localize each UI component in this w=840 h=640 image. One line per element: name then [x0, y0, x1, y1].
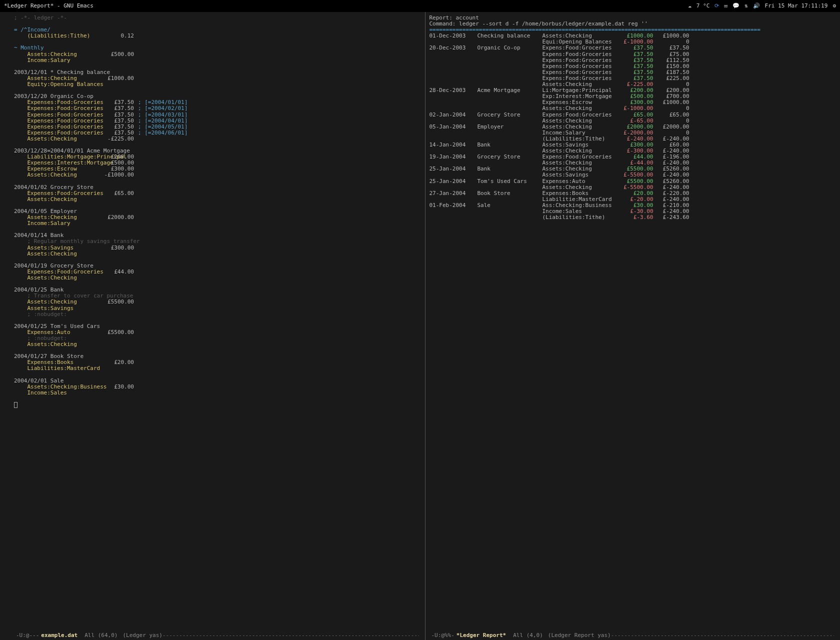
- network-icon[interactable]: ⇅: [744, 3, 748, 9]
- settings-gear-icon[interactable]: ⚙: [832, 3, 836, 9]
- register-row[interactable]: (Liabilities:Tithe)£-3.60£-243.60: [430, 214, 836, 220]
- posting-line[interactable]: Assets:Checking:Business£30.00: [14, 384, 421, 390]
- modeline-mode: (Ledger yas): [122, 632, 162, 638]
- posting-line[interactable]: Assets:Savings£300.00: [14, 245, 421, 251]
- modeline-mode: (Ledger Report yas): [548, 632, 611, 638]
- posting-line[interactable]: Assets:Checking£2000.00: [14, 214, 421, 220]
- right-modeline: -U:@%%- *Ledger Report* All (4,0) (Ledge…: [430, 631, 836, 640]
- modeline-dashes: ----------------------------------------…: [162, 632, 419, 638]
- posting-line[interactable]: Assets:Savings: [14, 306, 421, 312]
- posting-line[interactable]: Expenses:Food:Groceries£37.50; [=2004/03…: [14, 112, 421, 118]
- register-row[interactable]: Assets:Checking£-65.000: [430, 118, 836, 124]
- posting-line[interactable]: Assets:Checking£500.00: [14, 52, 421, 58]
- right-window[interactable]: Report: accountCommand: ledger --sort d …: [425, 12, 840, 640]
- ledger-report-buffer[interactable]: Report: accountCommand: ledger --sort d …: [430, 15, 836, 631]
- modeline-position: All (4,0): [513, 632, 543, 638]
- posting-line[interactable]: Income:Salary: [14, 58, 421, 64]
- text-cursor: [14, 402, 18, 408]
- system-tray: ☁ 7 °C ⟳ ✉ 💬 ⇅ 🔊 Fri 15 Mar 17:11:19 ⚙: [688, 3, 836, 9]
- left-modeline: -U:@--- example.dat All (64,0) (Ledger y…: [14, 631, 421, 640]
- register-row[interactable]: Assets:Checking£-1000.000: [430, 106, 836, 112]
- register-row[interactable]: 20-Dec-2003Organic Co-opExpens:Food:Groc…: [430, 45, 836, 51]
- posting-line[interactable]: Assets:Checking: [14, 251, 421, 257]
- register-row[interactable]: Expens:Food:Groceries£37.50£112.50: [430, 58, 836, 64]
- posting-line[interactable]: Assets:Checking: [14, 275, 421, 281]
- posting-line[interactable]: Assets:Checking-£225.00: [14, 136, 421, 142]
- posting-line[interactable]: Assets:Checking: [14, 342, 421, 348]
- register-row[interactable]: 27-Jan-2004Book StoreExpenses:Books£20.0…: [430, 190, 836, 196]
- posting-line[interactable]: Assets:Checking-£1000.00: [14, 172, 421, 178]
- posting-line[interactable]: Expenses:Auto£5500.00: [14, 330, 421, 336]
- ledger-source-buffer[interactable]: ; -*- ledger -*-= /^Income/ (Liabilities…: [14, 15, 421, 631]
- transaction-header[interactable]: 2004/01/27 Book Store: [14, 354, 421, 360]
- register-row[interactable]: 05-Jan-2004EmployerAssets:Checking£2000.…: [430, 124, 836, 130]
- register-row[interactable]: Income:Sales£-30.00£-240.00: [430, 208, 836, 214]
- transaction-header[interactable]: 2004/01/25 Tom's Used Cars: [14, 324, 421, 330]
- register-row[interactable]: Expens:Food:Groceries£37.50£150.00: [430, 64, 836, 70]
- modeline-buffer-name: example.dat: [41, 632, 78, 638]
- weather-text: 7 °C: [696, 3, 710, 9]
- posting-line[interactable]: Income:Sales: [14, 390, 421, 396]
- window-title: *Ledger Report* - GNU Emacs: [4, 3, 688, 9]
- posting-line[interactable]: Assets:Checking£5500.00: [14, 299, 421, 305]
- modeline-dashes: ----------------------------------------…: [611, 632, 834, 638]
- chat-icon[interactable]: 💬: [732, 3, 740, 9]
- posting-line[interactable]: Expenses:Food:Groceries£65.00: [14, 190, 421, 196]
- posting-line[interactable]: Expenses:Food:Groceries£37.50; [=2004/05…: [14, 124, 421, 130]
- register-row[interactable]: 02-Jan-2004Grocery StoreExpens:Food:Groc…: [430, 112, 836, 118]
- volume-icon[interactable]: 🔊: [753, 3, 760, 9]
- posting-line[interactable]: Assets:Checking: [14, 196, 421, 202]
- transaction-header[interactable]: 2004/02/01 Sale: [14, 378, 421, 384]
- modeline-position: All (64,0): [84, 632, 118, 638]
- left-window[interactable]: ; -*- ledger -*-= /^Income/ (Liabilities…: [0, 12, 425, 640]
- top-panel: *Ledger Report* - GNU Emacs ☁ 7 °C ⟳ ✉ 💬…: [0, 0, 840, 12]
- register-row[interactable]: Assets:Savings£-5500.00£-240.00: [430, 172, 836, 178]
- register-row[interactable]: Expens:Food:Groceries£37.50£75.00: [430, 52, 836, 58]
- transaction-header[interactable]: 2004/01/02 Grocery Store: [14, 184, 421, 190]
- modeline-buffer-name: *Ledger Report*: [456, 632, 506, 638]
- refresh-icon[interactable]: ⟳: [714, 3, 719, 9]
- mail-icon[interactable]: ✉: [724, 3, 728, 9]
- emacs-frame: ; -*- ledger -*-= /^Income/ (Liabilities…: [0, 12, 840, 640]
- posting-line[interactable]: Equity:Opening Balances: [14, 82, 421, 88]
- weather-icon[interactable]: ☁: [688, 3, 692, 9]
- posting-line[interactable]: Income:Salary: [14, 220, 421, 226]
- posting-line[interactable]: Expenses:Food:Groceries£37.50; [=2004/02…: [14, 106, 421, 112]
- register-row[interactable]: 25-Jan-2004Tom's Used CarsExpenses:Auto£…: [430, 178, 836, 184]
- posting-line[interactable]: Expenses:Food:Groceries£37.50; [=2004/04…: [14, 118, 421, 124]
- register-row[interactable]: Assets:Checking£-5500.00£-240.00: [430, 184, 836, 190]
- modeline-prefix: -U:@---: [16, 632, 39, 638]
- clock-text: Fri 15 Mar 17:11:19: [765, 3, 828, 9]
- register-row[interactable]: Expens:Food:Groceries£37.50£187.50: [430, 70, 836, 76]
- posting-line[interactable]: (Liabilities:Tithe)0.12: [14, 33, 421, 39]
- posting-line[interactable]: Liabilities:MasterCard: [14, 366, 421, 372]
- modeline-prefix: -U:@%%-: [432, 632, 454, 638]
